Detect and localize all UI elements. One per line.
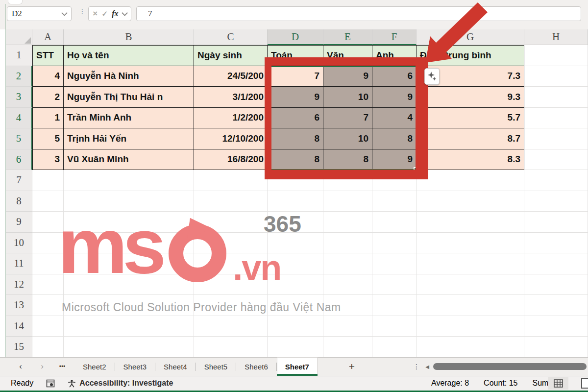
row-header-8[interactable]: 8 [6, 191, 32, 212]
cell-E1[interactable]: Văn [323, 45, 372, 66]
chevron-down-icon[interactable] [122, 10, 128, 16]
cell-E14[interactable] [323, 316, 372, 337]
cell-F10[interactable] [372, 233, 416, 254]
cell-F14[interactable] [372, 316, 416, 337]
cell-C15[interactable] [194, 337, 268, 358]
cell-D13[interactable] [268, 295, 323, 316]
sheet-nav-next-icon[interactable]: › [36, 357, 48, 376]
row-header-12[interactable]: 12 [6, 274, 32, 295]
cell-E5[interactable]: 10 [323, 128, 372, 149]
hscroll-left-icon[interactable]: ◀ [423, 357, 432, 376]
cell-F12[interactable] [372, 274, 416, 295]
cell-A15[interactable] [32, 337, 64, 358]
cell-D10[interactable] [268, 233, 323, 254]
cell-F8[interactable] [372, 191, 416, 212]
cell-G12[interactable] [416, 274, 524, 295]
cell-B14[interactable] [64, 316, 194, 337]
column-header-F[interactable]: F [372, 29, 416, 45]
cell-D7[interactable] [268, 170, 323, 191]
sheet-tab-sheet3[interactable]: Sheet3 [115, 357, 155, 376]
cell-G8[interactable] [416, 191, 524, 212]
cell-B3[interactable]: Nguyễn Thị Thu Hải n [64, 87, 194, 108]
cell-D8[interactable] [268, 191, 323, 212]
row-header-4[interactable]: 4 [6, 108, 32, 129]
column-header-B[interactable]: B [64, 29, 194, 45]
cell-F11[interactable] [372, 253, 416, 274]
cell-D3[interactable]: 9 [268, 87, 323, 108]
cell-C7[interactable] [194, 170, 268, 191]
column-header-A[interactable]: A [32, 29, 64, 45]
fill-handle[interactable] [414, 167, 418, 172]
cell-B10[interactable] [64, 233, 194, 254]
cell-E13[interactable] [323, 295, 372, 316]
cell-D5[interactable]: 8 [268, 128, 323, 149]
cell-G14[interactable] [416, 316, 524, 337]
cell-G6[interactable]: 8.3 [416, 149, 524, 171]
cell-H14[interactable] [524, 316, 588, 337]
page-layout-view-button[interactable] [581, 378, 588, 389]
cell-B5[interactable]: Trịnh Hải Yến [64, 128, 194, 149]
cell-F7[interactable] [372, 170, 416, 191]
row-header-6[interactable]: 6 [6, 149, 32, 171]
cell-E4[interactable]: 7 [323, 108, 372, 129]
cell-G10[interactable] [416, 233, 524, 254]
cell-C8[interactable] [194, 191, 268, 212]
sheet-tab-sheet7[interactable]: Sheet7 [277, 357, 318, 376]
cell-H9[interactable] [524, 212, 588, 233]
cell-A4[interactable]: 1 [32, 108, 64, 129]
cell-A5[interactable]: 5 [32, 128, 64, 149]
cell-C4[interactable]: 1/2/200 [194, 108, 268, 129]
cell-G4[interactable]: 5.7 [416, 108, 524, 129]
cell-A6[interactable]: 3 [32, 149, 64, 171]
row-header-9[interactable]: 9 [6, 212, 32, 233]
cell-C10[interactable] [194, 233, 268, 254]
cell-D2[interactable]: 7 [268, 66, 323, 87]
cell-B9[interactable] [64, 212, 194, 233]
cell-H8[interactable] [524, 191, 588, 212]
cancel-icon[interactable]: × [93, 9, 98, 19]
cell-B1[interactable]: Họ và tên [64, 45, 194, 66]
cell-H11[interactable] [524, 253, 588, 274]
cell-E8[interactable] [323, 191, 372, 212]
cell-C5[interactable]: 12/10/200 [194, 128, 268, 149]
cell-C12[interactable] [194, 274, 268, 295]
row-header-14[interactable]: 14 [6, 316, 32, 337]
sheet-tab-sheet5[interactable]: Sheet5 [196, 357, 236, 376]
row-header-5[interactable]: 5 [6, 128, 32, 149]
status-average[interactable]: Average: 8 [431, 379, 469, 388]
cell-A8[interactable] [32, 191, 64, 212]
cell-G15[interactable] [416, 337, 524, 358]
cell-F4[interactable]: 4 [372, 108, 416, 129]
cell-D9[interactable] [268, 212, 323, 233]
cell-G11[interactable] [416, 253, 524, 274]
cell-B11[interactable] [64, 253, 194, 274]
cell-G9[interactable] [416, 212, 524, 233]
cell-A11[interactable] [32, 253, 64, 274]
row-header-2[interactable]: 2 [6, 66, 32, 87]
column-header-E[interactable]: E [323, 29, 372, 45]
sheet-nav-prev-icon[interactable]: ‹ [15, 357, 26, 376]
cell-A2[interactable]: 4 [32, 66, 64, 87]
cell-D4[interactable]: 6 [268, 108, 323, 129]
accessibility-status[interactable]: Accessibility: Investigate [68, 379, 173, 388]
sheet-nav-more-icon[interactable]: ••• [55, 357, 70, 376]
enter-icon[interactable]: ✓ [101, 9, 108, 18]
cell-E12[interactable] [323, 274, 372, 295]
cell-H13[interactable] [524, 295, 588, 316]
sheet-tab-sheet4[interactable]: Sheet4 [155, 357, 196, 376]
cell-C1[interactable]: Ngày sinh [194, 45, 268, 66]
cell-H12[interactable] [524, 274, 588, 295]
cell-G5[interactable]: 8.7 [416, 128, 524, 149]
cell-A12[interactable] [32, 274, 64, 295]
cell-C14[interactable] [194, 316, 268, 337]
cell-D14[interactable] [268, 316, 323, 337]
cell-D6[interactable]: 8 [268, 149, 323, 171]
row-header-15[interactable]: 15 [6, 337, 32, 358]
cell-C11[interactable] [194, 253, 268, 274]
row-header-1[interactable]: 1 [6, 45, 32, 66]
cell-C13[interactable] [194, 295, 268, 316]
cell-H5[interactable] [524, 128, 588, 149]
column-header-D[interactable]: D [268, 29, 323, 45]
cell-G1[interactable]: Điểm trung bình [416, 45, 524, 66]
cell-A9[interactable] [32, 212, 64, 233]
